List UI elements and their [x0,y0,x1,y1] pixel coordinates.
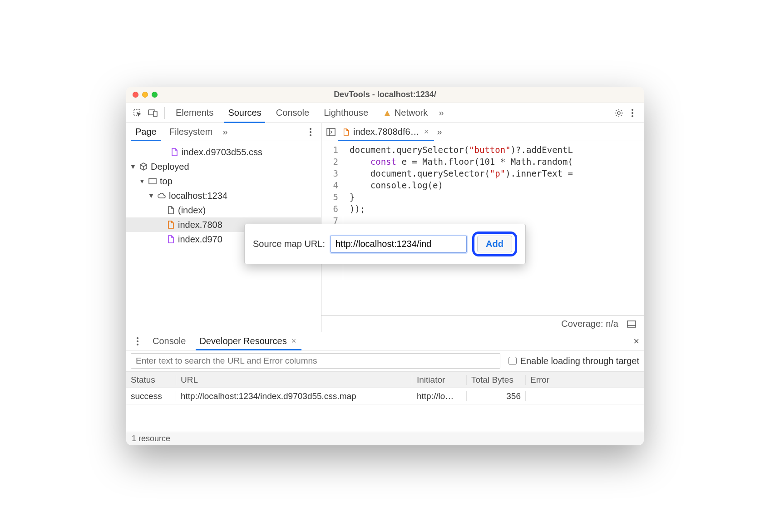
inspect-element-icon[interactable] [131,106,144,120]
tab-network-label: Network [395,108,428,118]
tab-console[interactable]: Console [270,103,316,123]
svg-rect-13 [627,321,636,327]
collapse-icon[interactable]: ▼ [139,177,145,185]
file-icon [166,235,175,243]
tree-label: Deployed [151,162,189,172]
drawer-tab-label: Developer Resources [199,336,286,346]
table-row[interactable]: success http://localhost:1234/index.d970… [126,388,644,404]
editor-tab-current[interactable]: index.7808df6… × [338,123,434,141]
svg-point-17 [137,344,138,345]
file-icon [341,128,350,136]
svg-point-4 [632,109,633,111]
devtools-window: DevTools - localhost:1234/ Elements Sour… [126,87,644,445]
device-toolbar-icon[interactable] [146,106,160,120]
cloud-icon [157,192,166,199]
frame-icon [148,178,157,184]
cell-status: success [126,391,176,401]
kebab-menu-icon[interactable] [626,106,639,120]
editor-tabstrip: index.7808df6… × » [321,123,644,141]
tree-label: localhost:1234 [169,191,227,201]
tab-network[interactable]: ▲ Network [376,103,434,123]
close-tab-icon[interactable]: × [422,127,431,137]
col-status[interactable]: Status [126,375,176,385]
svg-point-6 [632,115,633,117]
navigator-tabs: Page Filesystem » [126,123,321,141]
titlebar: DevTools - localhost:1234/ [126,87,644,103]
svg-point-15 [137,337,138,339]
dialog-label: Source map URL: [253,239,325,249]
collapse-icon[interactable]: ▼ [130,163,136,170]
col-error[interactable]: Error [526,375,644,385]
file-icon [166,221,175,229]
cell-bytes: 356 [467,391,526,401]
drawer-kebab-icon[interactable] [131,335,144,348]
main-tab-strip: Elements Sources Console Lighthouse ▲ Ne… [126,103,644,123]
source-map-dialog: Source map URL: Add [244,224,526,264]
tab-lighthouse[interactable]: Lighthouse [317,103,375,123]
tree-frame-top[interactable]: ▼ top [126,174,321,188]
tab-sources[interactable]: Sources [222,103,267,123]
svg-point-8 [310,131,311,133]
svg-point-5 [632,112,633,114]
devres-search-input[interactable] [131,353,500,369]
tree-label: (index) [178,205,206,216]
tree-label: index.d970 [178,234,222,245]
svg-point-9 [310,134,311,136]
editor-statusbar: Coverage: n/a [321,315,644,332]
more-tabs-icon[interactable]: » [436,108,446,118]
cell-url: http://localhost:1234/index.d9703d55.css… [176,391,412,401]
svg-rect-11 [327,128,335,136]
svg-point-16 [137,340,138,342]
close-drawer-tab-icon[interactable]: × [290,336,298,346]
tree-label: top [160,176,173,187]
tree-origin-localhost[interactable]: ▼ localhost:1234 [126,188,321,203]
separator [609,107,609,119]
window-title: DevTools - localhost:1234/ [126,90,644,99]
toggle-sidebar-icon[interactable] [625,317,638,331]
col-initiator[interactable]: Initiator [412,375,467,385]
checkbox-icon[interactable] [508,357,517,365]
col-bytes[interactable]: Total Bytes [467,375,526,385]
warning-icon: ▲ [383,108,392,118]
source-map-url-input[interactable] [331,236,467,253]
tree-label: index.d9703d55.css [182,147,262,158]
svg-rect-2 [153,111,157,117]
drawer-tab-devresources[interactable]: Developer Resources × [194,332,303,350]
separator [164,107,165,119]
table-header: Status URL Initiator Total Bytes Error [126,372,644,388]
toggle-navigator-icon[interactable] [324,125,338,139]
more-subtabs-icon[interactable]: » [220,127,230,137]
gear-icon[interactable] [612,106,626,120]
drawer-tab-console[interactable]: Console [147,332,191,350]
drawer-panel: Console Developer Resources × × Enable l… [126,332,644,445]
tree-label: index.7808 [178,220,222,230]
svg-rect-10 [149,178,156,184]
subtab-filesystem[interactable]: Filesystem [163,123,219,141]
devres-toolbar: Enable loading through target [126,350,644,372]
cube-icon [139,163,148,171]
tree-file-index[interactable]: (index) [126,203,321,217]
drawer-tabstrip: Console Developer Resources × × [126,332,644,350]
devres-table: Status URL Initiator Total Bytes Error s… [126,372,644,432]
svg-point-7 [310,128,311,130]
tree-group-deployed[interactable]: ▼ Deployed [126,159,321,174]
file-icon [170,148,179,156]
coverage-label: Coverage: n/a [561,319,618,329]
navigator-kebab-icon[interactable] [304,125,317,139]
add-button-highlight: Add [472,232,517,256]
file-icon [166,206,175,214]
editor-tab-label: index.7808df6… [353,127,420,137]
svg-point-3 [617,112,620,114]
drawer-footer: 1 resource [126,432,644,445]
subtab-page[interactable]: Page [129,123,163,141]
collapse-icon[interactable]: ▼ [148,192,154,199]
col-url[interactable]: URL [176,375,412,385]
more-editor-tabs-icon[interactable]: » [434,127,444,137]
tab-elements[interactable]: Elements [169,103,220,123]
enable-loading-checkbox[interactable]: Enable loading through target [508,356,639,366]
checkbox-label: Enable loading through target [520,356,639,366]
tree-file-css[interactable]: index.d9703d55.css [126,145,321,159]
close-drawer-icon[interactable]: × [633,335,639,347]
cell-initiator: http://lo… [412,391,467,401]
add-button[interactable]: Add [477,236,512,252]
